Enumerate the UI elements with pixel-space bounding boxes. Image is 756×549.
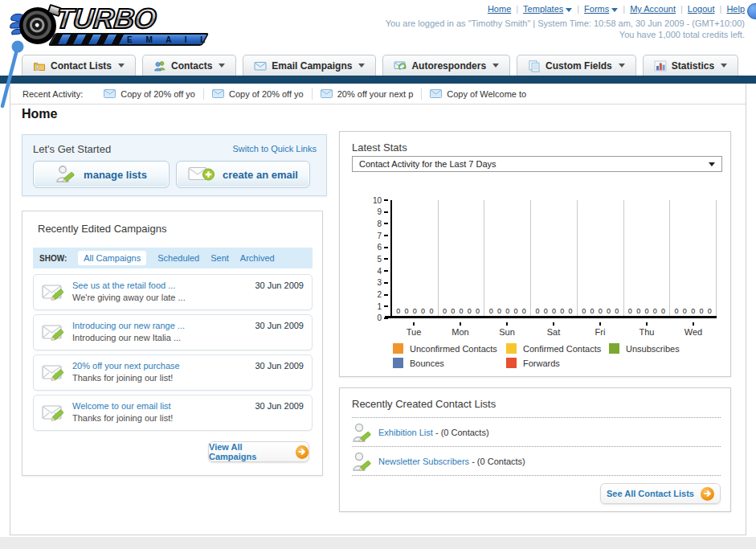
logo-stripes (51, 35, 125, 44)
nav-link-forms[interactable]: Forms (584, 4, 609, 14)
nav-link-my-account[interactable]: My Account (630, 4, 676, 14)
nav-link-templates[interactable]: Templates (523, 4, 563, 14)
legend-item: Forwards (506, 358, 609, 368)
person-pencil-icon (352, 451, 373, 473)
tab-contact-lists[interactable]: Contact Lists (22, 55, 136, 76)
get-started-title: Let's Get Started (33, 143, 111, 155)
campaign-row[interactable]: 20% off your next purchase Thanks for jo… (33, 354, 313, 391)
tab-autoresponders[interactable]: Autoresponders (382, 55, 510, 76)
main-nav-tabs: Contact Lists Contacts Email Campaigns (22, 55, 738, 76)
get-started-panel: Let's Get Started Switch to Quick Links … (22, 134, 327, 196)
bar-value-label: 0 (552, 307, 556, 315)
recent-activity-bar: Recent Activity: Copy of 20% off yo Copy… (10, 84, 746, 104)
campaign-subtitle: Thanks for joining our list! (72, 373, 173, 383)
filter-sent[interactable]: Sent (210, 253, 229, 263)
x-tick-label: Fri (577, 322, 623, 337)
view-all-campaigns-button[interactable]: View All Campaigns (208, 441, 309, 462)
bar-value-label: 0 (569, 307, 573, 315)
manage-lists-button[interactable]: manage lists (33, 161, 170, 188)
chart-group: 00000 (392, 200, 439, 316)
chevron-down-icon (611, 8, 618, 12)
y-tick: 2 (354, 291, 388, 299)
person-pencil-icon (55, 165, 76, 184)
campaign-date: 30 Jun 2009 (255, 401, 304, 411)
x-tick-label: Wed (670, 322, 717, 337)
bar-value-label: 0 (607, 307, 611, 315)
chevron-down-icon (118, 64, 125, 68)
bar-value-label: 0 (405, 307, 409, 315)
tab-statistics[interactable]: Statistics (643, 55, 738, 76)
contact-list-count: - (0 Contacts) (469, 457, 525, 466)
y-tick: 9 (354, 208, 388, 216)
chevron-down-icon (619, 64, 625, 68)
recent-activity-item[interactable]: 20% off your next p (313, 89, 422, 99)
tab-label: Email Campaigns (272, 60, 352, 72)
chart-group: 00000 (578, 200, 624, 316)
logo-subtitle: E M A I L (127, 35, 210, 44)
envelope-pencil-icon (42, 322, 67, 344)
bar-value-label: 0 (644, 307, 648, 315)
chart-group: 00000 (439, 200, 485, 316)
create-email-button[interactable]: create an email (176, 161, 310, 188)
y-tick: 10 (354, 196, 388, 204)
campaign-title-link[interactable]: See us at the retail food ... (72, 281, 175, 290)
contact-list-row[interactable]: Newsletter Subscribers - (0 Contacts) (352, 449, 721, 473)
switch-quick-links[interactable]: Switch to Quick Links (232, 144, 317, 154)
envelope-pencil-icon (42, 362, 67, 384)
folder-icon (33, 59, 46, 72)
campaign-row[interactable]: See us at the retail food ... We're givi… (33, 274, 313, 310)
legend-item: Unsubscribes (609, 343, 680, 354)
chart-group: 00000 (484, 200, 531, 316)
bar-value-label: 0 (636, 307, 640, 315)
bar-value-label: 0 (675, 307, 679, 315)
chevron-down-icon (566, 8, 572, 12)
envelope-pencil-icon (42, 281, 67, 304)
person-pencil-icon (352, 422, 373, 445)
campaign-title-link[interactable]: 20% off your next purchase (72, 361, 180, 371)
bar-value-label: 0 (560, 307, 564, 315)
recent-activity-item[interactable]: Copy of 20% off yo (96, 89, 203, 99)
filter-archived[interactable]: Archived (240, 253, 275, 263)
tab-label: Contacts (171, 60, 212, 72)
contact-list-link[interactable]: Newsletter Subscribers (378, 457, 469, 466)
top-nav: Home|Templates|Forms|My Account|Logout|H… (386, 4, 745, 14)
nav-link-help[interactable]: Help (726, 4, 745, 14)
map-pin-annotation (0, 32, 32, 109)
manage-lists-label: manage lists (84, 169, 147, 181)
chart-y-axis: 109876543210 (354, 196, 388, 322)
filter-scheduled[interactable]: Scheduled (157, 253, 199, 263)
legend-item: Confirmed Contacts (506, 343, 609, 354)
see-all-contact-lists-button[interactable]: See All Contact Lists (600, 483, 721, 504)
recent-activity-item[interactable]: Copy of Welcome to (422, 89, 534, 99)
nav-link-home[interactable]: Home (488, 4, 511, 14)
bar-value-label: 0 (396, 307, 400, 315)
campaign-row[interactable]: Introducing our new range ... Introducin… (33, 314, 313, 350)
stats-report-select[interactable]: Contact Activity for the Last 7 Days (352, 156, 722, 172)
contact-list-row[interactable]: Exhibition List - (0 Contacts) (352, 420, 721, 445)
contact-list-link[interactable]: Exhibition List (378, 428, 433, 437)
campaign-title-link[interactable]: Introducing our new range ... (72, 321, 185, 330)
contact-list-count: - (0 Contacts) (433, 428, 489, 437)
people-icon (153, 59, 166, 72)
create-email-label: create an email (223, 169, 298, 181)
bar-value-label: 0 (683, 307, 687, 315)
tab-contacts[interactable]: Contacts (142, 55, 236, 76)
x-tick-label: Thu (623, 322, 670, 337)
bar-value-label: 0 (522, 307, 526, 315)
campaign-subtitle: We're giving away our late ... (72, 293, 186, 302)
tab-custom-fields[interactable]: Custom Fields (517, 55, 636, 76)
chevron-down-icon (709, 162, 715, 166)
y-tick: 5 (354, 255, 388, 263)
recent-activity-item[interactable]: Copy of 20% off yo (204, 89, 312, 99)
campaign-date: 30 Jun 2009 (255, 321, 304, 330)
nav-link-logout[interactable]: Logout (688, 4, 715, 14)
campaign-filter-bar: SHOW: All Campaigns Scheduled Sent Archi… (33, 248, 313, 268)
y-tick: 1 (354, 302, 388, 310)
y-tick: 4 (354, 267, 388, 275)
tab-email-campaigns[interactable]: Email Campaigns (243, 55, 376, 76)
campaign-row[interactable]: Welcome to our email list Thanks for joi… (33, 395, 313, 431)
help-bubble-icon[interactable] (747, 3, 756, 19)
filter-all-campaigns[interactable]: All Campaigns (78, 251, 146, 265)
legend-swatch-icon (609, 343, 619, 354)
campaign-title-link[interactable]: Welcome to our email list (72, 401, 171, 411)
